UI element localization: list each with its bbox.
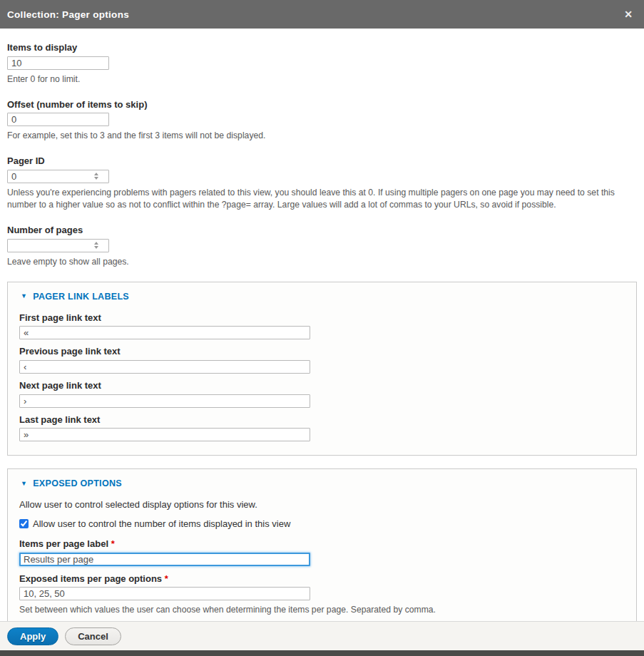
dialog-title: Collection: Pager options (7, 9, 129, 20)
pager-link-labels-legend-text: PAGER LINK LABELS (33, 292, 129, 302)
last-page-link-group: Last page link text (19, 414, 625, 442)
pager-link-labels-legend[interactable]: ▼ PAGER LINK LABELS (21, 292, 625, 302)
control-items-checkbox-row: Allow user to control the number of item… (19, 518, 625, 529)
pager-id-label: Pager ID (7, 155, 637, 167)
first-page-link-label: First page link text (19, 312, 625, 324)
close-icon[interactable]: ✕ (621, 8, 635, 21)
pager-id-help: Unless you're experiencing problems with… (7, 187, 635, 211)
offset-group: Offset (number of items to skip) For exa… (7, 99, 637, 143)
collapse-arrow-icon: ▼ (21, 293, 27, 299)
items-to-display-group: Items to display Enter 0 for no limit. (7, 42, 637, 86)
items-to-display-help: Enter 0 for no limit. (7, 73, 635, 86)
exposed-items-options-label-text: Exposed items per page options (19, 573, 162, 584)
exposed-options-legend-text: EXPOSED OPTIONS (33, 478, 122, 488)
last-page-link-input[interactable] (19, 428, 310, 441)
first-page-link-input[interactable] (19, 326, 310, 339)
exposed-items-options-label: Exposed items per page options * (19, 573, 625, 585)
required-mark: * (165, 573, 168, 584)
next-page-link-label: Next page link text (19, 380, 625, 391)
exposed-items-options-help: Set between which values the user can ch… (19, 604, 625, 616)
exposed-items-options-input[interactable] (19, 587, 310, 600)
pager-id-group: Pager ID Unless you're experiencing prob… (7, 155, 637, 211)
number-spinner-icon[interactable] (94, 173, 98, 180)
collapse-arrow-icon: ▼ (21, 481, 27, 487)
exposed-options-legend[interactable]: ▼ EXPOSED OPTIONS (21, 478, 625, 488)
previous-page-link-group: Previous page link text (19, 346, 625, 374)
previous-page-link-input[interactable] (19, 360, 310, 374)
items-to-display-input[interactable] (7, 56, 109, 70)
last-page-link-label: Last page link text (19, 414, 625, 426)
number-of-pages-help: Leave empty to show all pages. (7, 256, 635, 268)
exposed-options-description: Allow user to control selected display o… (19, 499, 625, 510)
offset-input[interactable] (7, 113, 109, 126)
items-per-page-label-text: Items per page label (19, 538, 108, 549)
pager-options-dialog: Collection: Pager options ✕ Items to dis… (0, 0, 644, 650)
next-page-link-input[interactable] (19, 394, 310, 408)
control-items-checkbox-label[interactable]: Allow user to control the number of item… (33, 518, 290, 529)
number-of-pages-group: Number of pages Leave empty to show all … (7, 225, 637, 268)
pager-link-labels-fieldset: ▼ PAGER LINK LABELS First page link text… (7, 282, 637, 456)
items-per-page-label-group: Items per page label * (19, 538, 625, 566)
number-of-pages-label: Number of pages (7, 225, 637, 236)
previous-page-link-label: Previous page link text (19, 346, 625, 357)
dialog-titlebar: Collection: Pager options ✕ (0, 0, 644, 29)
cancel-button[interactable]: Cancel (65, 627, 121, 645)
required-mark: * (111, 538, 115, 549)
offset-help: For example, set this to 3 and the first… (7, 130, 635, 142)
offset-label: Offset (number of items to skip) (7, 99, 637, 111)
exposed-items-options-group: Exposed items per page options * Set bet… (19, 573, 625, 617)
next-page-link-group: Next page link text (19, 380, 625, 408)
dialog-content: Items to display Enter 0 for no limit. O… (0, 29, 644, 650)
number-spinner-icon[interactable] (94, 242, 98, 249)
items-per-page-label-label: Items per page label * (19, 538, 625, 550)
first-page-link-group: First page link text (19, 312, 625, 340)
control-items-checkbox[interactable] (19, 519, 29, 528)
dialog-buttonpane: Apply Cancel (0, 621, 644, 650)
apply-button[interactable]: Apply (7, 627, 58, 645)
items-to-display-label: Items to display (7, 42, 637, 53)
items-per-page-label-input[interactable] (19, 553, 310, 566)
